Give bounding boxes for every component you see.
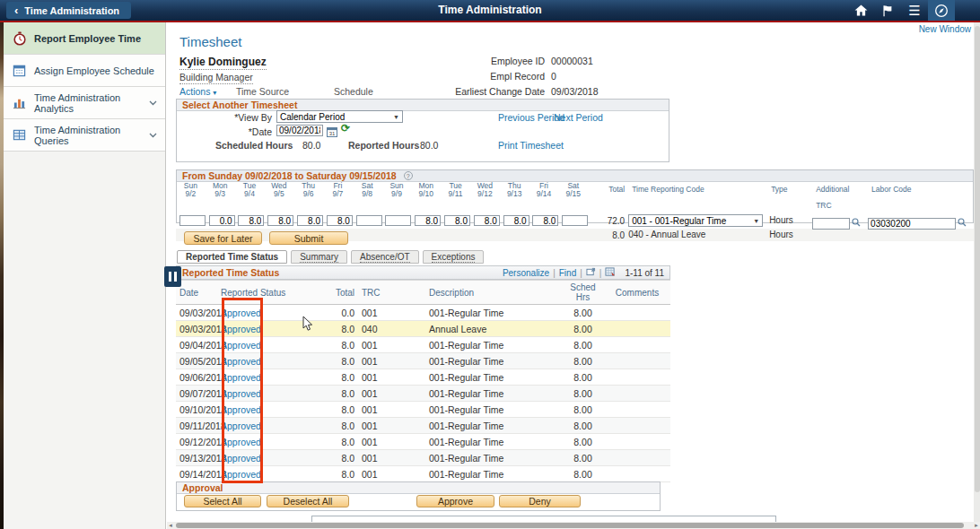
actions-menu-link[interactable]: Actions ▾ bbox=[179, 86, 216, 97]
hours-input-day-2[interactable] bbox=[238, 215, 264, 226]
day-cell bbox=[411, 229, 441, 241]
day-cell bbox=[558, 229, 588, 241]
approved-status-link[interactable]: Approved bbox=[221, 308, 261, 318]
employee-job-title[interactable]: Building Manager bbox=[179, 72, 253, 84]
hours-input-day-12[interactable] bbox=[532, 215, 558, 226]
approved-status-link[interactable]: Approved bbox=[221, 453, 261, 464]
tab-label: Reported Time Status bbox=[186, 252, 278, 262]
horizontal-scrollbar[interactable]: ◄ ► bbox=[167, 522, 980, 529]
employee-name[interactable]: Kylie Dominguez bbox=[179, 56, 267, 70]
table-row[interactable]: 09/03/2018Approved0.0001001-Regular Time… bbox=[176, 305, 670, 321]
horizontal-scrollbar-thumb[interactable] bbox=[176, 523, 964, 528]
approved-status-link[interactable]: Approved bbox=[221, 421, 261, 431]
table-row[interactable]: 09/10/2018Approved8.0001001-Regular Time… bbox=[176, 402, 670, 418]
cell-date: 09/13/2018 bbox=[176, 450, 217, 466]
cell-comments bbox=[604, 305, 670, 321]
sidebar-item-time-administration-analytics[interactable]: Time Administration Analytics bbox=[4, 87, 165, 119]
personalize-link[interactable]: Personalize bbox=[503, 268, 549, 278]
reported-time-table: DateReported StatusTotalTRCDescriptionSc… bbox=[176, 280, 670, 482]
table-row[interactable]: 09/11/2018Approved8.0001001-Regular Time… bbox=[176, 418, 670, 434]
pause-overlay-button[interactable] bbox=[164, 266, 181, 287]
tab-absence-ot[interactable]: Absence/OT bbox=[351, 250, 419, 264]
approved-status-link[interactable]: Approved bbox=[221, 372, 261, 383]
home-icon[interactable] bbox=[847, 0, 874, 21]
approved-status-link[interactable]: Approved bbox=[221, 388, 261, 399]
vertical-scrollbar-thumb[interactable] bbox=[975, 26, 980, 492]
navbar-icon[interactable] bbox=[928, 0, 955, 21]
table-row[interactable]: 09/06/2018Approved8.0001001-Regular Time… bbox=[176, 369, 670, 386]
find-link[interactable]: Find bbox=[559, 268, 576, 278]
scheduled-hours-value: 80.0 bbox=[302, 140, 320, 151]
hours-input-day-13[interactable] bbox=[562, 215, 588, 226]
sidebar-item-assign-employee-schedule[interactable]: Assign Employee Schedule bbox=[4, 55, 165, 87]
cell-description: 001-Regular Time bbox=[425, 369, 562, 386]
approved-status-link[interactable]: Approved bbox=[221, 340, 261, 351]
trc-select[interactable]: 001 - 001-Regular Time▼ bbox=[628, 214, 763, 227]
day-cell bbox=[176, 214, 206, 227]
cell-reported-status: Approved bbox=[217, 369, 311, 386]
hours-input-day-6[interactable] bbox=[356, 215, 382, 226]
table-row[interactable]: 09/14/2018Approved8.0001001-Regular Time… bbox=[176, 466, 670, 482]
print-timesheet-link[interactable]: Print Timesheet bbox=[498, 140, 564, 151]
view-by-select[interactable]: Calendar Period ▼ bbox=[276, 110, 403, 123]
table-row[interactable]: 09/13/2018Approved8.0001001-Regular Time… bbox=[176, 450, 670, 466]
scroll-left-arrow-icon[interactable]: ◄ bbox=[168, 522, 173, 529]
hours-input-day-11[interactable] bbox=[503, 215, 529, 226]
day-date: 9/14 bbox=[529, 190, 559, 198]
day-header-wed-9-12: Wed9/12 bbox=[470, 181, 500, 213]
hours-input-day-8[interactable] bbox=[415, 215, 441, 226]
tab-exceptions[interactable]: Exceptions bbox=[423, 250, 485, 264]
refresh-icon[interactable]: ⟳ bbox=[341, 122, 350, 134]
day-date: 9/10 bbox=[411, 190, 441, 198]
cell-trc: 001 bbox=[358, 353, 425, 369]
sidebar-item-time-administration-queries[interactable]: Time Administration Queries bbox=[4, 119, 165, 152]
hours-input-day-1[interactable] bbox=[209, 215, 235, 226]
vertical-scrollbar[interactable] bbox=[974, 22, 980, 529]
save-for-later-button[interactable]: Save for Later bbox=[184, 231, 262, 245]
table-row[interactable]: 09/04/2018Approved8.0001001-Regular Time… bbox=[176, 337, 670, 353]
approve-button[interactable]: Approve bbox=[416, 495, 494, 507]
approved-status-link[interactable]: Approved bbox=[221, 404, 261, 415]
tab-reported-time-status[interactable]: Reported Time Status bbox=[177, 250, 287, 264]
approved-status-link[interactable]: Approved bbox=[221, 324, 261, 334]
cell-trc: 001 bbox=[358, 369, 425, 386]
next-period-link[interactable]: Next Period bbox=[554, 112, 603, 123]
table-row[interactable]: 09/05/2018Approved8.0001001-Regular Time… bbox=[176, 353, 670, 369]
date-prompt-calendar-icon[interactable]: 31 bbox=[327, 125, 337, 141]
new-window-link[interactable]: New Window bbox=[919, 24, 971, 34]
deselect-all-button[interactable]: Deselect All bbox=[267, 495, 349, 507]
deny-button[interactable]: Deny bbox=[499, 495, 581, 507]
hours-input-day-10[interactable] bbox=[474, 215, 500, 226]
approved-status-link[interactable]: Approved bbox=[221, 469, 261, 480]
cell-sched-hrs: 8.00 bbox=[562, 450, 604, 466]
flag-icon[interactable] bbox=[874, 0, 901, 21]
hours-input-day-7[interactable] bbox=[385, 215, 411, 226]
employee-id-label: Employee ID bbox=[413, 56, 545, 66]
cell-trc: 040 bbox=[358, 321, 425, 337]
hours-input-day-0[interactable] bbox=[179, 215, 206, 226]
type-value: Hours bbox=[767, 214, 812, 227]
scroll-right-arrow-icon[interactable]: ► bbox=[974, 522, 979, 529]
chevron-down-icon bbox=[149, 130, 157, 140]
hours-input-day-4[interactable] bbox=[297, 215, 323, 226]
date-input[interactable] bbox=[276, 125, 323, 136]
sidebar-item-report-employee-time[interactable]: Report Employee Time bbox=[4, 22, 165, 55]
approved-status-link[interactable]: Approved bbox=[221, 356, 261, 367]
approved-status-link[interactable]: Approved bbox=[221, 437, 261, 447]
hours-input-day-5[interactable] bbox=[327, 215, 353, 226]
hours-input-day-9[interactable] bbox=[444, 215, 470, 226]
download-grid-icon[interactable] bbox=[605, 267, 616, 279]
table-row[interactable]: 09/12/2018Approved8.0001001-Regular Time… bbox=[176, 434, 670, 450]
submit-button[interactable]: Submit bbox=[269, 231, 348, 245]
table-row[interactable]: 09/03/2018Approved8.0040Annual Leave8.00 bbox=[176, 321, 670, 337]
back-button[interactable]: ‹ Time Administration bbox=[6, 2, 131, 19]
type-column-header: Type bbox=[767, 181, 812, 213]
help-icon[interactable]: ? bbox=[404, 171, 413, 180]
tab-summary[interactable]: Summary bbox=[291, 250, 347, 264]
hours-input-day-3[interactable] bbox=[267, 215, 293, 226]
cell-sched-hrs: 8.00 bbox=[562, 353, 604, 369]
menu-icon[interactable]: ☰ bbox=[901, 0, 928, 21]
view-all-icon[interactable] bbox=[586, 267, 596, 278]
select-all-button[interactable]: Select All bbox=[184, 495, 261, 507]
table-row[interactable]: 09/07/2018Approved8.0001001-Regular Time… bbox=[176, 386, 670, 402]
